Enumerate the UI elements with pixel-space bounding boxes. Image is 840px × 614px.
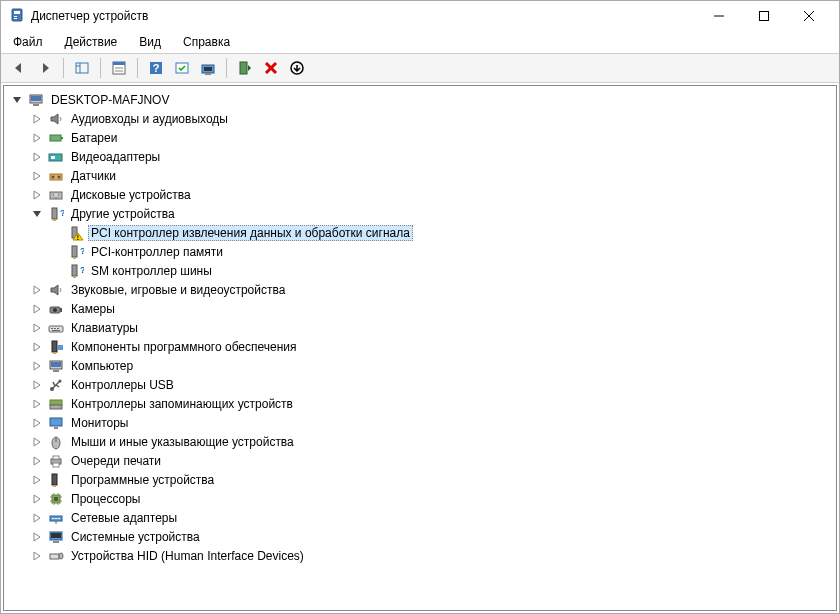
mouse-icon xyxy=(48,434,64,450)
tree-node-label: Мониторы xyxy=(68,415,131,431)
tree-category[interactable]: Сетевые адаптеры xyxy=(4,508,836,527)
tree-category-other[interactable]: ? Другие устройства xyxy=(4,204,836,223)
svg-point-35 xyxy=(58,175,61,178)
svg-rect-48 xyxy=(72,265,77,276)
expand-icon[interactable] xyxy=(30,359,44,373)
no-expand-icon xyxy=(50,245,64,259)
hid-icon xyxy=(48,548,64,564)
expand-icon[interactable] xyxy=(30,283,44,297)
properties-button[interactable] xyxy=(107,56,131,80)
tree-node-label: Аудиовходы и аудиовыходы xyxy=(68,111,231,127)
tree-category[interactable]: Мыши и иные указывающие устройства xyxy=(4,432,836,451)
expand-icon[interactable] xyxy=(30,492,44,506)
menu-help[interactable]: Справка xyxy=(179,33,234,51)
display-adapter-icon xyxy=(48,149,64,165)
svg-rect-0 xyxy=(12,9,22,21)
expand-icon[interactable] xyxy=(30,169,44,183)
svg-rect-27 xyxy=(33,104,39,106)
svg-rect-46 xyxy=(73,257,76,259)
svg-point-69 xyxy=(59,379,62,382)
tree-root[interactable]: DESKTOP-MAFJNOV xyxy=(4,90,836,109)
tree-node-label: Батареи xyxy=(68,130,120,146)
expand-icon[interactable] xyxy=(30,321,44,335)
toolbar-separator xyxy=(63,58,64,78)
expand-icon[interactable] xyxy=(30,454,44,468)
svg-point-38 xyxy=(55,194,56,195)
tree-device-selected[interactable]: ! PCI контроллер извлечения данных и обр… xyxy=(4,223,836,242)
expand-icon[interactable] xyxy=(30,416,44,430)
forward-button[interactable] xyxy=(33,56,57,80)
expand-icon[interactable] xyxy=(30,549,44,563)
expand-icon[interactable] xyxy=(30,150,44,164)
svg-rect-58 xyxy=(52,330,60,331)
svg-rect-20 xyxy=(205,73,211,75)
tree-node-label: Видеоадаптеры xyxy=(68,149,163,165)
toolbar: ? xyxy=(1,53,839,83)
show-hide-tree-button[interactable] xyxy=(70,56,94,80)
tree-category[interactable]: Видеоадаптеры xyxy=(4,147,836,166)
tree-category[interactable]: Клавиатуры xyxy=(4,318,836,337)
scan-hardware-button[interactable] xyxy=(170,56,194,80)
menu-action[interactable]: Действие xyxy=(61,33,122,51)
system-device-icon xyxy=(48,529,64,545)
speaker-icon xyxy=(48,282,64,298)
tree-category[interactable]: Батареи xyxy=(4,128,836,147)
tree-category[interactable]: Устройства HID (Human Interface Devices) xyxy=(4,546,836,565)
tree-category[interactable]: Камеры xyxy=(4,299,836,318)
help-button[interactable]: ? xyxy=(144,56,168,80)
close-button[interactable] xyxy=(786,1,831,31)
disable-device-button[interactable] xyxy=(285,56,309,80)
svg-text:!: ! xyxy=(77,233,79,240)
tree-category[interactable]: Очереди печати xyxy=(4,451,836,470)
tree-category[interactable]: Программные устройства xyxy=(4,470,836,489)
tree-device[interactable]: ? SM контроллер шины xyxy=(4,261,836,280)
device-tree[interactable]: DESKTOP-MAFJNOV Аудиовходы и аудиовыходы… xyxy=(3,85,837,611)
tree-category[interactable]: Звуковые, игровые и видеоустройства xyxy=(4,280,836,299)
enable-device-button[interactable] xyxy=(233,56,257,80)
tree-category[interactable]: Контроллеры запоминающих устройств xyxy=(4,394,836,413)
minimize-button[interactable] xyxy=(696,1,741,31)
expand-icon[interactable] xyxy=(30,397,44,411)
back-button[interactable] xyxy=(7,56,31,80)
tree-category[interactable]: Компоненты программного обеспечения xyxy=(4,337,836,356)
svg-rect-70 xyxy=(50,400,62,405)
collapse-icon[interactable] xyxy=(30,207,44,221)
unknown-device-warning-icon: ! xyxy=(68,225,84,241)
svg-rect-59 xyxy=(52,341,57,352)
tree-category[interactable]: Датчики xyxy=(4,166,836,185)
tree-device[interactable]: ? PCI-контроллер памяти xyxy=(4,242,836,261)
expand-icon[interactable] xyxy=(30,112,44,126)
expand-icon[interactable] xyxy=(30,378,44,392)
tree-category[interactable]: Контроллеры USB xyxy=(4,375,836,394)
svg-rect-8 xyxy=(76,63,88,73)
expand-icon[interactable] xyxy=(30,511,44,525)
tree-category[interactable]: Мониторы xyxy=(4,413,836,432)
menu-view[interactable]: Вид xyxy=(135,33,165,51)
expand-icon[interactable] xyxy=(30,530,44,544)
update-driver-button[interactable] xyxy=(196,56,220,80)
no-expand-icon xyxy=(50,264,64,278)
menu-file[interactable]: Файл xyxy=(9,33,47,51)
expand-icon[interactable] xyxy=(30,302,44,316)
tree-category[interactable]: Процессоры xyxy=(4,489,836,508)
tree-category[interactable]: Аудиовходы и аудиовыходы xyxy=(4,109,836,128)
tree-category[interactable]: Системные устройства xyxy=(4,527,836,546)
tree-category[interactable]: Компьютер xyxy=(4,356,836,375)
uninstall-device-button[interactable] xyxy=(259,56,283,80)
tree-node-label: Датчики xyxy=(68,168,119,184)
tree-node-label: Контроллеры USB xyxy=(68,377,177,393)
expand-icon[interactable] xyxy=(30,435,44,449)
window-title: Диспетчер устройств xyxy=(31,9,696,23)
tree-category[interactable]: Дисковые устройства xyxy=(4,185,836,204)
svg-rect-93 xyxy=(52,518,54,519)
tree-node-label: Системные устройства xyxy=(68,529,203,545)
expand-icon[interactable] xyxy=(10,93,24,107)
expand-icon[interactable] xyxy=(30,473,44,487)
svg-rect-95 xyxy=(58,518,60,519)
expand-icon[interactable] xyxy=(30,188,44,202)
expand-icon[interactable] xyxy=(30,131,44,145)
svg-rect-98 xyxy=(51,533,61,538)
maximize-button[interactable] xyxy=(741,1,786,31)
expand-icon[interactable] xyxy=(30,340,44,354)
tree-node-label: Компоненты программного обеспечения xyxy=(68,339,300,355)
